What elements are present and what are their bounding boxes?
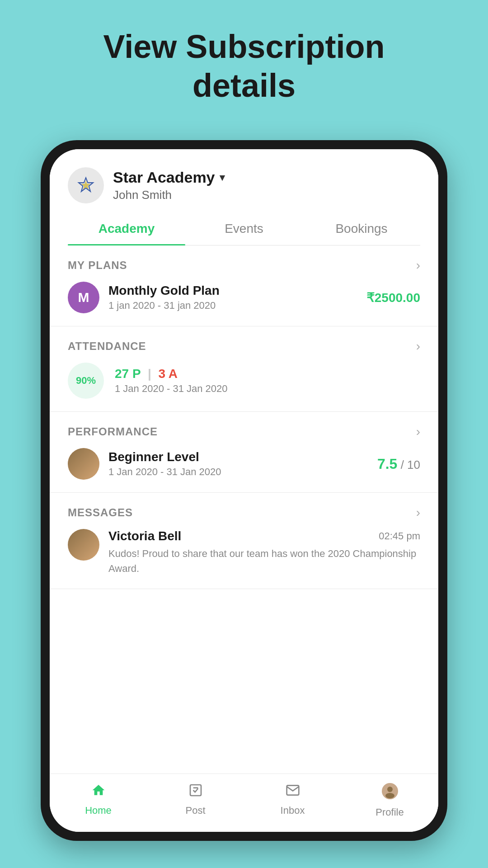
nav-home-label: Home — [85, 805, 112, 816]
page-background-title: View Subscription details — [0, 0, 488, 123]
present-count: 27 P — [115, 367, 141, 381]
attendance-circle: 90% — [68, 363, 104, 399]
message-text: Kudos! Proud to share that our team has … — [108, 546, 420, 576]
attendance-title: ATTENDANCE — [68, 340, 146, 353]
plan-dates: 1 jan 2020 - 31 jan 2020 — [108, 300, 357, 311]
nav-inbox-label: Inbox — [281, 805, 305, 816]
performance-level: Beginner Level — [108, 450, 368, 464]
nav-post-label: Post — [185, 805, 205, 816]
absent-count: 3 A — [159, 367, 178, 381]
message-meta: Victoria Bell 02:45 pm — [108, 529, 420, 543]
performance-header[interactable]: PERFORMANCE › — [68, 412, 420, 448]
main-content: MY PLANS › M Monthly Gold Plan 1 jan 202… — [50, 245, 438, 774]
plan-name: Monthly Gold Plan — [108, 283, 357, 298]
messages-title: MESSAGES — [68, 506, 133, 519]
academy-logo — [68, 167, 104, 203]
attendance-item: 90% 27 P | 3 A 1 Jan 2020 - 31 Jan 2020 — [68, 363, 420, 411]
performance-section: PERFORMANCE › Beginner Level 1 Jan 2020 … — [50, 412, 438, 493]
my-plans-section: MY PLANS › M Monthly Gold Plan 1 jan 202… — [50, 245, 438, 326]
plan-info: Monthly Gold Plan 1 jan 2020 - 31 jan 20… — [108, 283, 357, 311]
messages-header[interactable]: MESSAGES › — [68, 493, 420, 529]
stat-divider: | — [148, 367, 155, 381]
plan-item: M Monthly Gold Plan 1 jan 2020 - 31 jan … — [68, 282, 420, 326]
attendance-chevron-icon[interactable]: › — [416, 339, 420, 354]
svg-point-5 — [387, 787, 393, 792]
nav-profile[interactable]: Profile — [341, 783, 438, 818]
attendance-header[interactable]: ATTENDANCE › — [68, 326, 420, 363]
message-content: Victoria Bell 02:45 pm Kudos! Proud to s… — [108, 529, 420, 576]
message-sender: Victoria Bell — [108, 529, 181, 543]
my-plans-chevron-icon[interactable]: › — [416, 258, 420, 273]
attendance-dates: 1 Jan 2020 - 31 Jan 2020 — [115, 383, 420, 395]
dropdown-arrow-icon[interactable]: ▾ — [220, 172, 225, 184]
tab-academy[interactable]: Academy — [68, 212, 185, 245]
app-header: Star Academy ▾ John Smith — [50, 149, 438, 212]
svg-rect-2 — [190, 785, 201, 796]
nav-home[interactable]: Home — [50, 783, 147, 818]
attendance-stats: 27 P | 3 A 1 Jan 2020 - 31 Jan 2020 — [115, 367, 420, 395]
nav-profile-label: Profile — [375, 807, 404, 818]
attendance-percent: 90% — [76, 375, 96, 387]
performance-chevron-icon[interactable]: › — [416, 425, 420, 439]
svg-point-6 — [385, 793, 394, 798]
academy-name[interactable]: Star Academy ▾ — [113, 169, 420, 186]
tab-events[interactable]: Events — [185, 212, 303, 245]
my-plans-header[interactable]: MY PLANS › — [68, 245, 420, 282]
performance-score: 7.5 / 10 — [377, 456, 420, 472]
nav-inbox[interactable]: Inbox — [244, 783, 341, 818]
my-plans-title: MY PLANS — [68, 259, 127, 272]
score-max: / 10 — [401, 458, 420, 472]
attendance-numbers: 27 P | 3 A — [115, 367, 420, 381]
post-icon — [188, 783, 203, 801]
plan-price: ₹2500.00 — [366, 290, 420, 305]
score-value: 7.5 — [377, 456, 397, 472]
profile-icon — [382, 783, 398, 803]
performance-avatar — [68, 448, 99, 480]
performance-info: Beginner Level 1 Jan 2020 - 31 Jan 2020 — [108, 450, 368, 478]
phone-screen: Star Academy ▾ John Smith Academy Events… — [50, 149, 438, 832]
tab-bookings[interactable]: Bookings — [303, 212, 420, 245]
nav-post[interactable]: Post — [147, 783, 244, 818]
bottom-nav: Home Post — [50, 774, 438, 832]
message-avatar — [68, 529, 99, 561]
user-name: John Smith — [113, 188, 420, 202]
messages-section: MESSAGES › Victoria Bell 02:45 pm Kudos!… — [50, 493, 438, 589]
message-time: 02:45 pm — [379, 530, 420, 542]
messages-chevron-icon[interactable]: › — [416, 505, 420, 520]
attendance-section: ATTENDANCE › 90% 27 P | 3 A 1 Jan 2020 -… — [50, 326, 438, 412]
performance-title: PERFORMANCE — [68, 425, 158, 438]
performance-item: Beginner Level 1 Jan 2020 - 31 Jan 2020 … — [68, 448, 420, 492]
message-item: Victoria Bell 02:45 pm Kudos! Proud to s… — [68, 529, 420, 589]
phone-frame: Star Academy ▾ John Smith Academy Events… — [41, 140, 447, 841]
header-text: Star Academy ▾ John Smith — [113, 169, 420, 202]
avatar-image — [68, 448, 99, 480]
tabs-container: Academy Events Bookings — [68, 212, 420, 245]
plan-icon: M — [68, 282, 99, 313]
home-icon — [91, 783, 106, 801]
performance-dates: 1 Jan 2020 - 31 Jan 2020 — [108, 466, 368, 478]
inbox-icon — [286, 783, 300, 801]
